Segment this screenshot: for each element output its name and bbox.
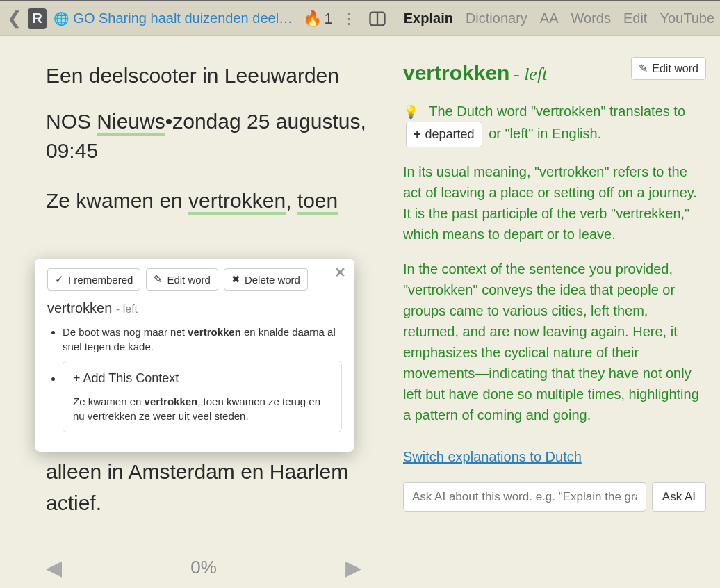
label: Delete word <box>245 274 300 286</box>
explain-translation: - left <box>514 64 547 84</box>
tab-dictionary[interactable]: Dictionary <box>466 10 527 26</box>
sentence-1: Ze kwamen en vertrokken, toen <box>46 185 368 216</box>
globe-icon: 🌐 <box>54 11 69 26</box>
article-meta: NOS Nieuws•zondag 25 augustus, 09:45 <box>46 107 368 165</box>
app-logo[interactable]: R <box>28 8 47 29</box>
add-translation-chip[interactable]: +departed <box>406 122 482 147</box>
pencil-icon: ✎ <box>154 273 163 286</box>
flame-icon: 🔥 <box>303 10 322 28</box>
pencil-icon: ✎ <box>639 62 648 75</box>
add-context-box[interactable]: + Add This Context Ze kwamen en vertrokk… <box>63 361 342 432</box>
word-popup: ✕ ✓I remembered ✎Edit word ✖Delete word … <box>35 259 354 452</box>
page-title[interactable]: GO Sharing haalt duizenden deelsco… <box>73 10 293 26</box>
lightbulb-icon: 💡 <box>403 105 418 119</box>
source-link[interactable]: Nieuws <box>97 110 165 136</box>
x-icon: ✖ <box>231 273 240 286</box>
streak-count: 1 <box>325 10 333 28</box>
add-context-title: + Add This Context <box>73 370 332 387</box>
explain-paragraph: In its usual meaning, "vertrokken" refer… <box>403 161 706 245</box>
ask-ai-input[interactable] <box>403 482 646 512</box>
chip-label: departed <box>425 125 475 144</box>
more-menu-icon[interactable]: ⋮ <box>341 10 357 28</box>
word-vertrokken[interactable]: vertrokken <box>188 189 286 215</box>
explain-word: vertrokken <box>403 61 509 84</box>
tab-edit[interactable]: Edit <box>623 10 647 26</box>
check-icon: ✓ <box>55 273 64 286</box>
highlight-word: vertrokken <box>188 326 241 338</box>
popup-actions: ✓I remembered ✎Edit word ✖Delete word <box>47 268 342 291</box>
remembered-button[interactable]: ✓I remembered <box>47 268 140 291</box>
label: Edit word <box>167 274 211 286</box>
label: I remembered <box>68 274 133 286</box>
tab-aa[interactable]: AA <box>540 10 559 26</box>
label: Edit word <box>652 63 698 75</box>
ask-ai-row: Ask AI <box>403 482 706 512</box>
prev-page-icon[interactable]: ◀ <box>46 555 62 580</box>
text: or "left" in English. <box>489 126 601 141</box>
explain-paragraph: In the context of the sentence you provi… <box>403 259 706 425</box>
popup-translation: - left <box>116 303 138 315</box>
word-toen[interactable]: toen <box>297 189 338 215</box>
tab-words[interactable]: Words <box>571 10 611 26</box>
text: De boot was nog maar net <box>63 326 188 338</box>
pager: ◀ 0% ▶ <box>46 555 361 580</box>
reader-pane: Een deelscooter in Leeuwarden NOS Nieuws… <box>0 36 389 588</box>
explain-pane: vertrokken - left ✎Edit word 💡 The Dutch… <box>389 36 720 588</box>
menu-bar: Explain Dictionary AA Words Edit YouTube <box>404 10 714 26</box>
list-item: De boot was nog maar net vertrokken en k… <box>63 325 342 354</box>
popup-heading: vertrokken - left <box>47 300 342 316</box>
text: The Dutch word "vertrokken" translates t… <box>429 104 685 119</box>
progress-percent: 0% <box>190 557 217 578</box>
source-prefix: NOS <box>46 110 97 133</box>
explain-title: vertrokken - left <box>403 57 547 88</box>
highlight-word: vertrokken <box>145 395 198 407</box>
switch-language-link[interactable]: Switch explanations to Dutch <box>403 446 582 467</box>
panel-toggle-icon[interactable] <box>368 9 387 28</box>
plus-icon: + <box>414 125 421 144</box>
tab-explain[interactable]: Explain <box>404 10 453 26</box>
explain-header: vertrokken - left ✎Edit word <box>403 57 706 88</box>
top-bar: ❮ R 🌐 GO Sharing haalt duizenden deelsco… <box>0 0 720 36</box>
main-area: Een deelscooter in Leeuwarden NOS Nieuws… <box>0 36 720 588</box>
edit-word-button[interactable]: ✎Edit word <box>146 268 218 291</box>
ask-ai-button[interactable]: Ask AI <box>652 482 706 512</box>
popup-word: vertrokken <box>47 300 112 316</box>
back-icon[interactable]: ❮ <box>6 8 24 29</box>
example-list: De boot was nog maar net vertrokken en k… <box>47 325 342 432</box>
tab-youtube[interactable]: YouTube <box>660 10 714 26</box>
streak-indicator[interactable]: 🔥 1 <box>303 10 333 28</box>
text: Ze kwamen en <box>73 395 145 407</box>
text: , <box>286 189 297 212</box>
edit-word-button[interactable]: ✎Edit word <box>631 57 706 80</box>
explain-intro: 💡 The Dutch word "vertrokken" translates… <box>403 101 706 147</box>
text: Ze kwamen en <box>46 189 188 212</box>
list-item: + Add This Context Ze kwamen en vertrokk… <box>63 361 342 432</box>
context-sentence: Ze kwamen en vertrokken, toen kwamen ze … <box>73 394 332 423</box>
image-caption: Een deelscooter in Leeuwarden <box>46 64 368 88</box>
delete-word-button[interactable]: ✖Delete word <box>224 268 308 291</box>
next-page-icon[interactable]: ▶ <box>345 555 361 580</box>
close-icon[interactable]: ✕ <box>334 264 346 281</box>
